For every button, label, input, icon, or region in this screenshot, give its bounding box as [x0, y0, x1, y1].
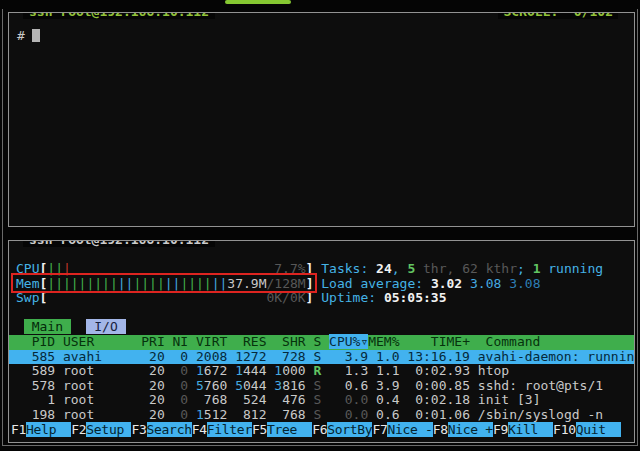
cursor-block [32, 29, 40, 42]
segment: || [47, 261, 63, 276]
fn-key-f3[interactable]: F3 [131, 422, 146, 437]
segment: 000 [282, 363, 305, 378]
segment: | [63, 261, 71, 276]
segment: || [118, 276, 134, 291]
segment: 512 [204, 407, 227, 422]
segment: 812 [227, 407, 266, 422]
segment: 24 [376, 261, 392, 276]
segment: sshd: root@pts/1 [470, 378, 603, 393]
segment: Tasks: [321, 261, 376, 276]
segment: Load average: [321, 276, 431, 291]
segment [71, 319, 87, 334]
segment: 578 root 20 [16, 378, 165, 393]
fn-key-f10[interactable]: F10 [553, 422, 576, 437]
segment: || [212, 276, 228, 291]
table-row[interactable]: 578 root 20 0 5760 5044 3816 S 0.6 3.9 0… [9, 379, 634, 394]
segment: CPU [16, 261, 39, 276]
segment [227, 363, 235, 378]
segment: ||||||||| [47, 276, 117, 291]
fn-action-search[interactable]: Search [147, 422, 192, 437]
fn-key-f4[interactable]: F4 [192, 422, 207, 437]
segment [71, 261, 275, 276]
fn-action-quit[interactable]: Quit [576, 422, 621, 437]
fn-action-help[interactable]: Help [26, 422, 71, 437]
segment: 0 [165, 407, 188, 422]
segment: 476 [266, 392, 305, 407]
segment: S [306, 378, 322, 393]
segment: 198 root 20 [16, 407, 165, 422]
segment: 1 [235, 363, 243, 378]
segment: 7.7% [274, 261, 305, 276]
pane-top-title: ssh root@192.168.10.112 [23, 12, 215, 19]
fn-key-f2[interactable]: F2 [71, 422, 86, 437]
fn-action-filter[interactable]: Filter [207, 422, 252, 437]
segment [188, 378, 196, 393]
scroll-indicator: SCROLL: 0/102 [498, 12, 618, 19]
segment: || [165, 276, 181, 291]
segment: htop [470, 363, 509, 378]
segment: 3.08 [470, 276, 509, 291]
segment: |||| [133, 276, 164, 291]
segment: 3.08 [509, 276, 540, 291]
function-key-bar: F1Help F2Setup F3SearchF4FilterF5Tree F6… [9, 423, 634, 438]
segment: 444 [243, 363, 266, 378]
cpu-meter: CPU[||| 7.7%] Tasks: 24, 5 thr, 62 kthr;… [9, 262, 634, 277]
segment [47, 290, 266, 305]
segment: S [306, 392, 322, 407]
fn-key-f6[interactable]: F6 [312, 422, 327, 437]
shell-prompt: # [17, 28, 25, 43]
segment: Main [24, 319, 71, 334]
fn-action-tree[interactable]: Tree [267, 422, 312, 437]
segment: 62 kthr [462, 261, 517, 276]
segment: 0.4 [368, 392, 399, 407]
segment: MEM% TIME+ Command [368, 334, 540, 349]
table-row[interactable]: 198 root 20 0 1512 812 768 S 0.0 0.6 0:0… [9, 408, 634, 423]
segment: 0K/0K [266, 290, 305, 305]
table-row-selected[interactable]: 585 avahi 20 0 2008 1272 728 S 3.9 1.0 1… [9, 350, 634, 365]
segment: 1 root 20 [16, 392, 165, 407]
segment: PID USER PRI NI VIRT RES SHR S [16, 334, 329, 349]
fn-action-nice-plus[interactable]: Nice + [448, 422, 493, 437]
segment: 589 root 20 [16, 363, 165, 378]
segment: I/O [86, 319, 125, 334]
segment: CPU%▿ [329, 334, 368, 349]
segment: 0 [165, 378, 188, 393]
process-table-header[interactable]: PID USER PRI NI VIRT RES SHR S CPU%▿MEM%… [9, 335, 634, 350]
segment [188, 363, 196, 378]
segment: thr, [415, 261, 462, 276]
segment: Mem [16, 276, 39, 291]
fn-key-f9[interactable]: F9 [493, 422, 508, 437]
segment: 672 [204, 363, 227, 378]
blank-line [9, 306, 634, 321]
segment: 1.1 [368, 363, 399, 378]
pane-bottom[interactable]: ssh root@192.168.10.112 CPU[||| 7.7%] Ta… [8, 240, 635, 443]
segment: 5 [235, 378, 243, 393]
segment: 0:02.18 [400, 392, 470, 407]
fn-action-nice-minus[interactable]: Nice - [387, 422, 432, 437]
pane-top[interactable]: ssh root@192.168.10.112 SCROLL: 0/102 # [8, 12, 635, 227]
segment: 816 [282, 378, 305, 393]
table-row[interactable]: 1 root 20 0 768 524 476 S 0.0 0.4 0:02.1… [9, 393, 634, 408]
fn-action-sortby[interactable]: SortBy [327, 422, 372, 437]
segment: 3.02 [431, 276, 470, 291]
fn-action-kill[interactable]: Kill [508, 422, 553, 437]
table-row[interactable]: 589 root 20 0 1672 1444 1000 R 1.3 1.1 0… [9, 364, 634, 379]
swap-meter: Swp[ 0K/0K] Uptime: 05:05:35 [9, 291, 634, 306]
segment [188, 407, 196, 422]
fn-key-f5[interactable]: F5 [252, 422, 267, 437]
segment: 768 [266, 407, 305, 422]
pane-bottom-title: ssh root@192.168.10.112 [23, 240, 215, 247]
screen-tabs[interactable]: Main I/O [9, 320, 634, 335]
segment: 05:05:35 [384, 290, 447, 305]
fn-key-f7[interactable]: F7 [372, 422, 387, 437]
fn-key-f1[interactable]: F1 [11, 422, 26, 437]
segment: 0.0 [321, 392, 368, 407]
fn-action-setup[interactable]: Setup [86, 422, 131, 437]
segment: /sbin/syslogd -n [470, 407, 603, 422]
segment: 768 [188, 392, 227, 407]
segment: 1 [196, 363, 204, 378]
segment: 1 [274, 363, 282, 378]
fn-key-f8[interactable]: F8 [433, 422, 448, 437]
segment [227, 378, 235, 393]
terminal-screen: ssh root@192.168.10.112 SCROLL: 0/102 # … [0, 0, 640, 451]
